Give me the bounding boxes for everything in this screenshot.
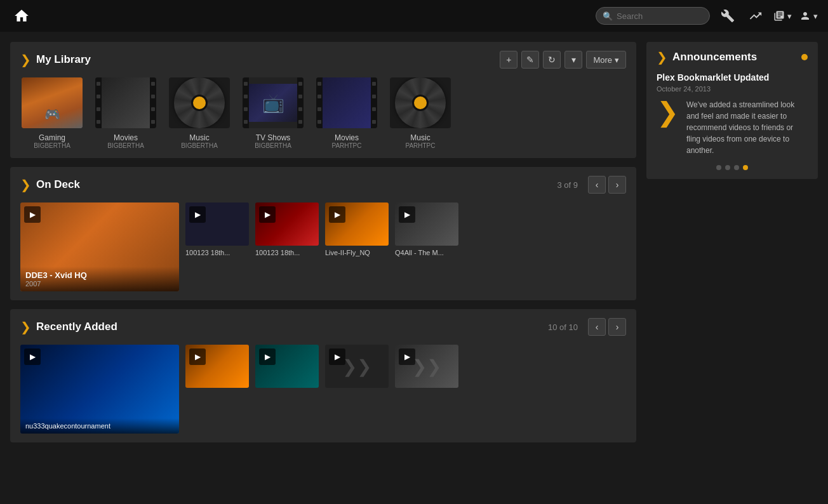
recently-added-item-small-1[interactable]: ▶ [185,345,249,388]
announcements-chevron-icon: ❯ [657,51,667,63]
on-deck-title: On Deck [36,178,552,191]
play-button-3[interactable]: ▶ [329,206,345,223]
my-library-header: ❯ My Library + ✎ ↻ ▾ More ▾ [20,51,626,69]
film-strip-right-tv [297,77,304,128]
dropdown-library-button[interactable]: ▾ [564,51,582,69]
library-item-name: Gaming [39,133,65,142]
content-area: ❯ My Library + ✎ ↻ ▾ More ▾ [10,42,636,442]
video-title-2: 100123 18th... [255,249,319,256]
library-item-server: BIGBERTHA [34,142,70,149]
edit-library-button[interactable]: ✎ [521,51,539,69]
library-item-server: parhtpc [405,142,435,149]
announcements-new-indicator [801,54,808,60]
on-deck-chevron-icon: ❯ [20,178,31,191]
play-button-1[interactable]: ▶ [189,206,206,223]
recently-added-next-button[interactable]: › [608,318,626,336]
library-item[interactable]: Music BIGBERTHA [168,77,231,149]
search-input[interactable] [617,11,705,21]
ann-dot-2[interactable] [725,165,730,170]
play-button-ra-large[interactable]: ▶ [24,348,41,365]
on-deck-item-small-3[interactable]: ▶ Live-II-Fly_NQ [325,202,389,256]
video-thumb-small-3: ▶ [325,202,389,246]
library-item-name: TV Shows [256,133,291,142]
on-deck-next-button[interactable]: › [608,176,626,194]
library-item-name: Music [410,133,430,142]
video-thumb-small-4: ▶ [395,202,458,246]
announcements-header: ❯ Announcements [657,51,808,63]
on-deck-prev-button[interactable]: ‹ [588,176,606,194]
library-item-server: BIGBERTHA [255,142,291,149]
play-button-ra-2[interactable]: ▶ [259,348,276,365]
on-deck-header: ❯ On Deck 3 of 9 ‹ › [20,176,626,194]
recently-added-thumb-1: ▶ [185,345,249,388]
library-item[interactable]: Music parhtpc [389,77,452,149]
music-parhtpc-thumb [390,77,451,128]
on-deck-item-small-2[interactable]: ▶ 100123 18th... [255,202,319,256]
tv-shows-thumb: 📺 [243,77,304,128]
on-deck-section: ❯ On Deck 3 of 9 ‹ › ▶ [10,167,636,300]
library-item[interactable]: Movies BIGBERTHA [94,77,157,149]
film-strip-right [150,77,156,128]
video-thumb-small-1: ▶ [185,202,249,246]
recently-added-prev-button[interactable]: ‹ [588,318,606,336]
stats-icon[interactable] [745,6,766,26]
recently-added-nav-arrows: ‹ › [588,318,626,336]
play-button-ra-1[interactable]: ▶ [189,348,206,365]
recently-added-item-large[interactable]: ▶ nu333quakecontournament [20,345,179,434]
top-navigation: 🔍 ▾ ▾ [0,0,828,32]
recently-added-item-small-2[interactable]: ▶ [255,345,319,388]
on-deck-items: ▶ DDE3 - Xvid HQ 2007 ▶ 100123 18th... [20,202,626,291]
ann-dot-4[interactable] [743,165,748,170]
recently-added-chevron-icon: ❯ [20,321,31,333]
play-button-large[interactable]: ▶ [24,206,41,223]
recently-added-item-small-3[interactable]: ▶ ❯❯ [325,345,389,388]
library-nav-button[interactable]: ▾ [773,10,792,22]
library-item-name: Movies [335,133,359,142]
video-thumb-large: ▶ DDE3 - Xvid HQ 2007 [20,202,179,291]
play-button-4[interactable]: ▶ [399,206,415,223]
video-title-3: Live-II-Fly_NQ [325,249,389,256]
more-button[interactable]: More ▾ [586,51,626,69]
add-library-button[interactable]: + [500,51,518,69]
announcement-item-date: October 24, 2013 [657,85,808,93]
my-library-actions: + ✎ ↻ ▾ More ▾ [500,51,626,69]
main-layout: ❯ My Library + ✎ ↻ ▾ More ▾ [0,32,828,453]
on-deck-page-indicator: 3 of 9 [557,180,578,190]
video-subtitle-large: 2007 [25,280,174,288]
search-box[interactable]: 🔍 [596,7,710,25]
recently-added-header: ❯ Recently Added 10 of 10 ‹ › [20,318,626,336]
video-thumb-small-2: ▶ [255,202,319,246]
recently-added-thumb-3: ▶ ❯❯ [325,345,389,388]
announcement-text: We've added a streamlined look and feel … [686,99,808,156]
tools-icon[interactable] [718,6,738,26]
more-label: More [593,55,612,65]
refresh-library-button[interactable]: ↻ [543,51,561,69]
library-items-list: 🎮 Gaming BIGBERTHA [20,77,626,149]
library-item-name: Music [189,133,209,142]
recently-added-items: ▶ nu333quakecontournament ▶ ▶ [20,345,626,434]
announcements-card: ❯ Announcements Plex Bookmarklet Updated… [646,42,818,179]
ann-dot-3[interactable] [734,165,739,170]
library-item-server: BIGBERTHA [181,142,218,149]
film-strip-left [95,77,102,128]
home-button[interactable] [10,4,33,27]
user-nav-button[interactable]: ▾ [799,10,818,22]
library-item[interactable]: 📺 TV Shows BIGBERTHA [241,77,305,149]
video-title-4: Q4All - The M... [395,249,458,256]
film-strip-left-tv [243,77,249,128]
on-deck-item-large[interactable]: ▶ DDE3 - Xvid HQ 2007 [20,202,179,291]
on-deck-item-small-4[interactable]: ▶ Q4All - The M... [395,202,458,256]
music-bigbertha-thumb [169,77,230,128]
library-item[interactable]: 🎮 Gaming BIGBERTHA [20,77,84,149]
announcement-body: ❯ We've added a streamlined look and fee… [657,99,808,156]
play-button-2[interactable]: ▶ [259,206,276,223]
my-library-section: ❯ My Library + ✎ ↻ ▾ More ▾ [10,42,636,158]
library-item[interactable]: Movies parhtpc [315,77,378,149]
recently-added-title-large: nu333quakecontournament [25,422,174,430]
ann-dot-1[interactable] [716,165,721,170]
video-title-1: 100123 18th... [185,249,249,256]
library-item-name: Movies [114,133,138,142]
on-deck-item-small-1[interactable]: ▶ 100123 18th... [185,202,249,256]
my-library-chevron-icon: ❯ [20,53,31,66]
recently-added-item-small-4[interactable]: ▶ ❯❯ [395,345,458,388]
